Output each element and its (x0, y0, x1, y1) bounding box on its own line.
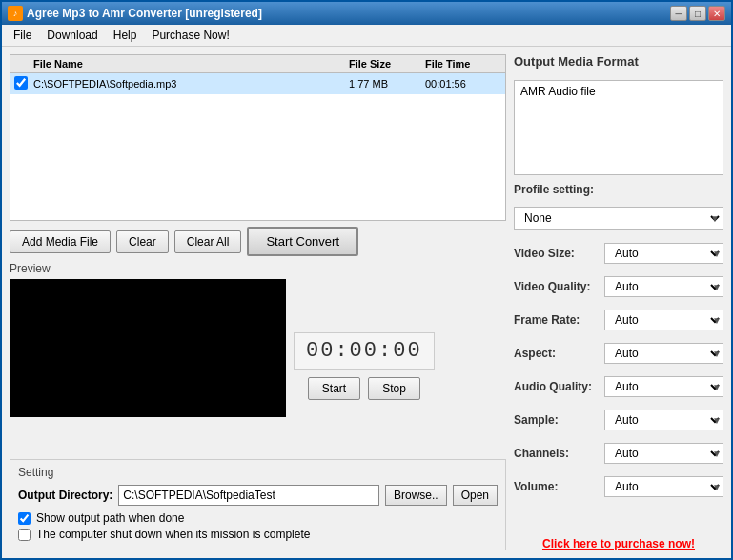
menu-help[interactable]: Help (106, 27, 145, 44)
start-playback-button[interactable]: Start (308, 377, 360, 400)
menu-bar: File Download Help Purchase Now! (2, 25, 731, 47)
minimize-button[interactable]: ─ (670, 6, 687, 21)
col-checkbox (14, 58, 33, 70)
col-filetime: File Time (425, 58, 501, 70)
shutdown-checkbox[interactable] (18, 529, 31, 541)
video-size-label: Video Size: (514, 247, 604, 260)
aspect-label: Aspect: (514, 347, 604, 360)
output-dir-input[interactable] (118, 485, 379, 506)
output-format-box: AMR Audio file (514, 80, 723, 175)
clear-all-button[interactable]: Clear All (174, 230, 242, 253)
start-convert-button[interactable]: Start Convert (247, 227, 358, 256)
channels-row: Channels: Auto ▼ (514, 443, 723, 464)
row-checkbox-cell[interactable] (14, 76, 33, 91)
video-quality-row: Video Quality: Auto ▼ (514, 276, 723, 297)
audio-quality-select-wrapper: Auto ▼ (604, 376, 723, 397)
frame-rate-select[interactable]: Auto (604, 310, 723, 330)
app-icon: ♪ (8, 6, 23, 21)
shutdown-row: The computer shut down when its mission … (18, 528, 498, 541)
video-size-row: Video Size: Auto ▼ (514, 243, 723, 264)
add-media-file-button[interactable]: Add Media File (10, 230, 111, 253)
preview-controls: 00:00:00 Start Stop (294, 279, 435, 453)
table-header: File Name File Size File Time (10, 55, 505, 73)
row-filename: C:\SOFTPEDIA\Softpedia.mp3 (33, 78, 349, 90)
show-output-path-row: Show output path when done (18, 511, 498, 525)
playback-buttons: Start Stop (308, 377, 420, 400)
volume-select[interactable]: Auto (604, 476, 723, 497)
volume-row: Volume: Auto ▼ (514, 476, 723, 497)
file-table: File Name File Size File Time C:\SOFTPED… (10, 54, 506, 221)
aspect-row: Aspect: Auto ▼ (514, 343, 723, 364)
table-row: C:\SOFTPEDIA\Softpedia.mp3 1.77 MB 00:01… (10, 73, 505, 94)
right-panel: Output Media Format AMR Audio file Profi… (514, 54, 723, 550)
output-dir-label: Output Directory: (18, 489, 112, 502)
channels-select[interactable]: Auto (604, 443, 723, 464)
maximize-button[interactable]: □ (689, 6, 706, 21)
aspect-select-wrapper: Auto ▼ (604, 343, 723, 364)
time-display: 00:00:00 (294, 332, 435, 370)
sample-select[interactable]: Auto (604, 410, 723, 430)
profile-select-wrapper: None ▼ (514, 207, 723, 230)
purchase-link[interactable]: Click here to purchase now! (514, 537, 723, 550)
open-button[interactable]: Open (453, 485, 498, 506)
menu-file[interactable]: File (6, 27, 39, 44)
clear-button[interactable]: Clear (116, 230, 169, 253)
channels-select-wrapper: Auto ▼ (604, 443, 723, 464)
preview-label: Preview (10, 262, 506, 275)
title-bar: ♪ Agree Mp3 to Amr Converter [unregister… (2, 2, 731, 25)
audio-quality-select[interactable]: Auto (604, 376, 723, 397)
aspect-select[interactable]: Auto (604, 343, 723, 364)
video-size-select[interactable]: Auto (604, 243, 723, 264)
video-quality-select[interactable]: Auto (604, 276, 723, 297)
sample-label: Sample: (514, 413, 604, 427)
setting-label: Setting (18, 466, 498, 479)
title-bar-left: ♪ Agree Mp3 to Amr Converter [unregister… (8, 6, 262, 21)
frame-rate-row: Frame Rate: Auto ▼ (514, 310, 723, 330)
menu-purchase[interactable]: Purchase Now! (144, 27, 236, 44)
window-title: Agree Mp3 to Amr Converter [unregistered… (27, 7, 262, 20)
preview-section: Preview 00:00:00 Start Stop (10, 262, 506, 453)
profile-select[interactable]: None (514, 207, 723, 230)
output-media-format-title: Output Media Format (514, 54, 723, 69)
setting-section: Setting Output Directory: Browse.. Open … (10, 459, 506, 550)
browse-button[interactable]: Browse.. (385, 485, 447, 506)
main-window: ♪ Agree Mp3 to Amr Converter [unregister… (0, 0, 733, 560)
volume-label: Volume: (514, 480, 604, 493)
row-filetime: 00:01:56 (425, 78, 501, 90)
main-content: File Name File Size File Time C:\SOFTPED… (2, 47, 731, 558)
output-format-value: AMR Audio file (520, 85, 717, 98)
show-output-path-checkbox[interactable] (18, 512, 31, 525)
col-filesize: File Size (349, 58, 425, 70)
close-button[interactable]: ✕ (708, 6, 725, 21)
preview-area: 00:00:00 Start Stop (10, 279, 506, 453)
preview-video (10, 279, 286, 417)
row-checkbox[interactable] (14, 76, 28, 90)
video-size-select-wrapper: Auto ▼ (604, 243, 723, 264)
col-filename: File Name (33, 58, 349, 70)
sample-row: Sample: Auto ▼ (514, 410, 723, 430)
frame-rate-select-wrapper: Auto ▼ (604, 310, 723, 330)
audio-quality-label: Audio Quality: (514, 380, 604, 393)
video-quality-label: Video Quality: (514, 280, 604, 293)
audio-quality-row: Audio Quality: Auto ▼ (514, 376, 723, 397)
menu-download[interactable]: Download (39, 27, 105, 44)
channels-label: Channels: (514, 447, 604, 460)
output-dir-row: Output Directory: Browse.. Open (18, 485, 498, 506)
sample-select-wrapper: Auto ▼ (604, 410, 723, 430)
row-filesize: 1.77 MB (349, 78, 425, 90)
profile-setting-label: Profile setting: (514, 183, 723, 196)
frame-rate-label: Frame Rate: (514, 313, 604, 327)
volume-select-wrapper: Auto ▼ (604, 476, 723, 497)
stop-playback-button[interactable]: Stop (368, 377, 420, 400)
left-panel: File Name File Size File Time C:\SOFTPED… (10, 54, 506, 550)
show-output-path-label: Show output path when done (36, 511, 184, 525)
video-quality-select-wrapper: Auto ▼ (604, 276, 723, 297)
shutdown-label: The computer shut down when its mission … (36, 528, 310, 541)
title-buttons: ─ □ ✕ (670, 6, 725, 21)
action-buttons-row: Add Media File Clear Clear All Start Con… (10, 227, 506, 256)
